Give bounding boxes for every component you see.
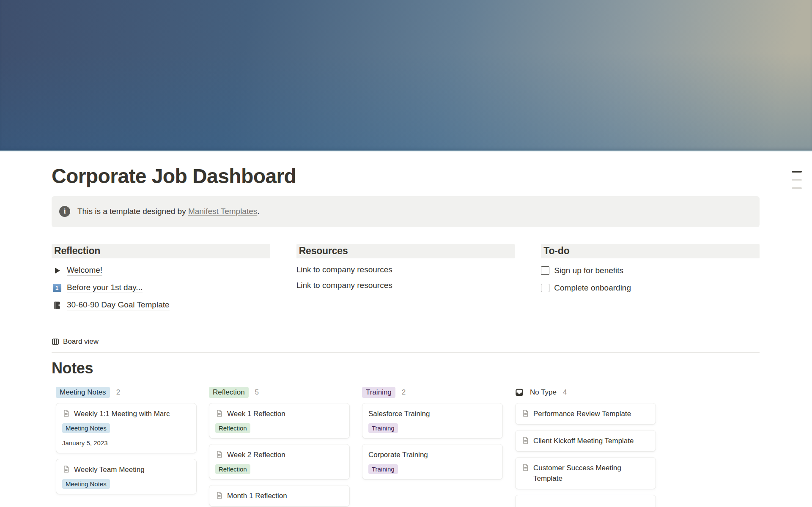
toggle-play-icon — [52, 268, 62, 274]
group-cards: Salesforce TrainingTrainingCorporate Tra… — [362, 403, 503, 480]
card-tag-row: Meeting Notes — [62, 423, 190, 433]
page-icon — [521, 409, 529, 419]
section-header-todo: To-do — [541, 244, 760, 259]
card-title-row: Week 1 Reflection — [215, 408, 343, 419]
manifest-templates-link[interactable]: Manifest Templates — [188, 207, 257, 216]
info-icon: i — [59, 206, 70, 217]
card-title-row: Customer Success Meeting Template — [521, 463, 650, 484]
page-link[interactable]: 30-60-90 Day Goal Template — [67, 300, 170, 310]
group-count: 5 — [255, 388, 259, 397]
card-title: Performance Review Template — [533, 408, 631, 419]
divider — [52, 352, 760, 353]
group-cards: Performance Review TemplateClient Kickof… — [515, 403, 656, 507]
page-link-row[interactable]: 30-60-90 Day Goal Template — [52, 296, 270, 314]
card-title-row: Salesforce Training — [368, 408, 497, 419]
board-card[interactable]: Performance Review Template — [515, 403, 656, 425]
card-title-row: Week 2 Reflection — [215, 449, 343, 460]
keycap-1-icon: 1 — [52, 284, 62, 292]
card-title: Customer Success Meeting Template — [533, 463, 650, 484]
group-count: 2 — [402, 388, 406, 397]
card-title: Weekly Team Meeting — [74, 464, 145, 475]
page-icon — [62, 465, 70, 475]
board-card[interactable]: Corporate TrainingTraining — [362, 444, 503, 480]
group-tag: Meeting Notes — [56, 387, 110, 398]
card-title-row: Weekly 1:1 Meeting with Marc — [62, 408, 190, 419]
board-card[interactable]: Month 1 Reflection — [209, 485, 350, 507]
group-header[interactable]: Reflection5 — [209, 387, 350, 398]
board-group: No Type4Performance Review TemplateClien… — [515, 387, 656, 507]
board-card[interactable]: Client Kickoff Meeting Template — [515, 430, 656, 452]
section-column-todo: To-doSign up for benefitsComplete onboar… — [541, 244, 760, 297]
card-title: Month 1 Reflection — [227, 491, 287, 501]
todo-label: Sign up for benefits — [554, 266, 623, 275]
group-header[interactable]: No Type4 — [515, 387, 656, 398]
todo-row[interactable]: Complete onboarding — [541, 279, 760, 296]
group-cards: Week 1 ReflectionReflectionWeek 2 Reflec… — [209, 403, 350, 507]
card-tag-row: Training — [368, 423, 497, 433]
card-title-row: Corporate Training — [368, 449, 497, 460]
card-title: Corporate Training — [368, 449, 428, 460]
page-icon — [521, 463, 529, 484]
card-title-row: Weekly Team Meeting — [62, 464, 190, 475]
group-cards: Weekly 1:1 Meeting with MarcMeeting Note… — [56, 403, 197, 494]
checkbox-unchecked-icon[interactable] — [541, 284, 549, 292]
card-title: Salesforce Training — [368, 408, 430, 419]
page-title: Corporate Job Dashboard — [52, 151, 760, 189]
board-card[interactable]: Week 1 ReflectionReflection — [209, 403, 350, 438]
board-card[interactable]: Weekly Team MeetingMeeting Notes — [56, 459, 197, 494]
board-card[interactable]: Weekly 1:1 Meeting with MarcMeeting Note… — [56, 403, 197, 453]
card-tag-row: Reflection — [215, 423, 343, 433]
board-view-label: Board view — [63, 337, 99, 346]
card-tag: Reflection — [215, 464, 250, 474]
page-link-row[interactable]: Welcome! — [52, 262, 270, 279]
board-group: Reflection5Week 1 ReflectionReflectionWe… — [209, 387, 350, 507]
card-date: January 5, 2023 — [62, 439, 190, 447]
group-header[interactable]: Training2 — [362, 387, 503, 398]
board-view-icon — [52, 338, 59, 345]
card-tag-row: Reflection — [215, 464, 343, 474]
card-title: Weekly 1:1 Meeting with Marc — [74, 408, 170, 419]
collection-title: Notes — [52, 359, 760, 378]
page-icon — [62, 409, 70, 419]
todo-label: Complete onboarding — [554, 283, 631, 293]
callout-text-after: . — [257, 207, 259, 216]
board-card[interactable]: Salesforce TrainingTraining — [362, 403, 503, 438]
page-link[interactable]: Welcome! — [67, 266, 102, 276]
board-card-partial[interactable] — [515, 495, 656, 507]
group-count: 4 — [563, 388, 567, 397]
callout-text-before: This is a template designed by — [77, 207, 188, 216]
text-line: Link to company resources — [296, 262, 515, 277]
board-card[interactable]: Week 2 ReflectionReflection — [209, 444, 350, 480]
section-items-todo: Sign up for benefitsComplete onboarding — [541, 262, 760, 296]
board-group: Training2Salesforce TrainingTrainingCorp… — [362, 387, 503, 480]
card-tag: Training — [368, 423, 398, 433]
card-tag: Reflection — [215, 423, 250, 433]
card-title: Week 1 Reflection — [227, 408, 285, 419]
page-icon — [215, 491, 223, 501]
board-view-tab[interactable]: Board view — [52, 337, 99, 346]
section-column-resources: ResourcesLink to company resourcesLink t… — [296, 244, 515, 293]
page-link-row[interactable]: 1Before your 1st day... — [52, 279, 270, 296]
section-header-reflection: Reflection — [52, 244, 270, 259]
card-title: Client Kickoff Meeting Template — [533, 436, 634, 446]
group-count: 2 — [116, 388, 120, 397]
page-icon — [215, 409, 223, 419]
kanban-board: Meeting Notes2Weekly 1:1 Meeting with Ma… — [52, 387, 760, 507]
notebook-icon — [52, 301, 62, 310]
checkbox-unchecked-icon[interactable] — [541, 266, 549, 275]
inbox-icon — [515, 388, 524, 397]
card-title-row: Client Kickoff Meeting Template — [521, 436, 650, 446]
callout-text: This is a template designed by Manifest … — [77, 207, 260, 216]
section-items-resources: Link to company resourcesLink to company… — [296, 262, 515, 293]
board-group: Meeting Notes2Weekly 1:1 Meeting with Ma… — [56, 387, 197, 494]
group-header[interactable]: Meeting Notes2 — [56, 387, 197, 398]
page-link[interactable]: Before your 1st day... — [67, 283, 143, 293]
todo-row[interactable]: Sign up for benefits — [541, 262, 760, 279]
group-tag: Reflection — [209, 387, 249, 398]
template-callout: i This is a template designed by Manifes… — [52, 196, 760, 227]
card-tag: Meeting Notes — [62, 479, 110, 489]
card-tag: Training — [368, 464, 398, 474]
card-tag-row: Training — [368, 464, 497, 474]
board-card[interactable]: Customer Success Meeting Template — [515, 457, 656, 489]
cover-image — [0, 0, 812, 151]
